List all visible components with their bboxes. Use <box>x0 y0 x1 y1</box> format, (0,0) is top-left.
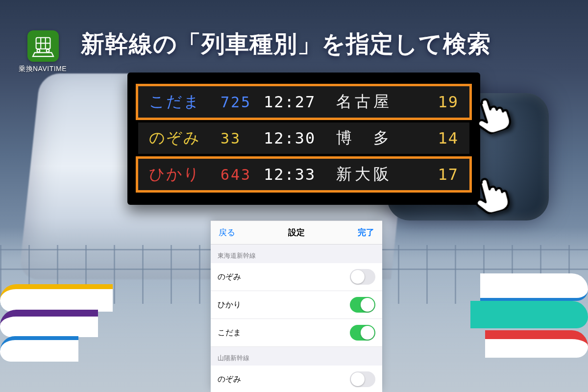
toggle-switch[interactable] <box>350 297 375 313</box>
toggle-label: のぞみ <box>218 272 241 282</box>
train-name: ひかり <box>149 164 212 185</box>
board-row-kodama[interactable]: こだま 725 12:27 名古屋 19 <box>138 86 469 118</box>
departure-time: 12:27 <box>264 93 327 111</box>
decorative-trains-left <box>0 272 127 361</box>
train-number: 643 <box>220 166 255 183</box>
toggle-label: こだま <box>218 328 241 338</box>
section-header-tokaido: 東海道新幹線 <box>211 245 382 263</box>
done-button[interactable]: 完了 <box>358 227 374 238</box>
destination: 博 多 <box>336 127 425 149</box>
toggle-row-nozomi-sanyo: のぞみ <box>211 366 382 392</box>
train-number: 33 <box>220 130 255 147</box>
app-name-label: 乗換NAVITIME <box>19 65 67 74</box>
back-button[interactable]: 戻る <box>219 227 235 238</box>
toggle-row-nozomi: のぞみ <box>211 263 382 291</box>
toggle-label: ひかり <box>218 300 241 310</box>
train-name: のぞみ <box>149 127 212 149</box>
toggle-switch[interactable] <box>350 325 375 341</box>
sheet-navbar: 戻る 設定 完了 <box>211 221 382 245</box>
board-row-nozomi[interactable]: のぞみ 33 12:30 博 多 14 <box>138 122 469 154</box>
settings-sheet: 戻る 設定 完了 東海道新幹線 のぞみ ひかり こだま 山陽新幹線 のぞみ <box>211 220 382 392</box>
toggle-label: のぞみ <box>218 374 241 385</box>
toggle-row-kodama: こだま <box>211 319 382 347</box>
train-name: こだま <box>149 91 212 113</box>
departure-board: こだま 725 12:27 名古屋 19 のぞみ 33 12:30 博 多 14… <box>127 73 480 205</box>
app-icon <box>27 30 59 62</box>
section-header-sanyo: 山陽新幹線 <box>211 347 382 366</box>
platform-number: 17 <box>434 165 459 184</box>
decorative-trains-right <box>461 263 588 361</box>
platform-number: 19 <box>434 93 459 111</box>
headline-text: 新幹線の「列車種別」を指定して検索 <box>81 28 568 60</box>
destination: 新大阪 <box>336 164 425 185</box>
train-app-icon <box>32 35 54 57</box>
platform-number: 14 <box>434 129 459 147</box>
svg-point-4 <box>37 49 40 52</box>
departure-time: 12:33 <box>264 165 327 184</box>
toggle-switch[interactable] <box>350 269 375 285</box>
sheet-title: 設定 <box>288 227 305 238</box>
train-number: 725 <box>220 94 255 111</box>
svg-point-5 <box>47 49 49 52</box>
departure-time: 12:30 <box>264 129 327 147</box>
toggle-row-hikari: ひかり <box>211 291 382 319</box>
destination: 名古屋 <box>336 91 425 113</box>
toggle-switch[interactable] <box>350 371 375 387</box>
board-row-hikari[interactable]: ひかり 643 12:33 新大阪 17 <box>138 159 469 190</box>
